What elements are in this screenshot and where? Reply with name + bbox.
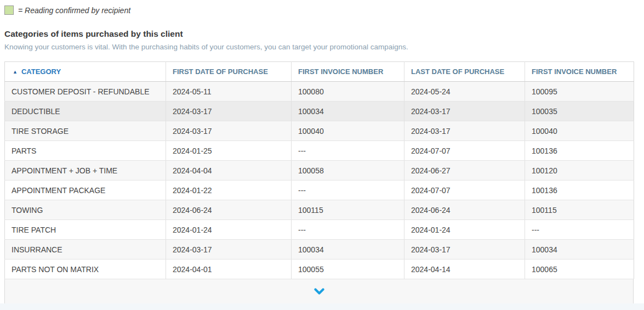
table-cell: TIRE PATCH	[5, 220, 166, 240]
table-cell: 100040	[525, 121, 634, 141]
table-cell: 100080	[292, 82, 404, 102]
table-body: CUSTOMER DEPOSIT - REFUNDABLE2024-05-111…	[5, 82, 634, 279]
table-cell: 2024-05-11	[166, 82, 292, 102]
legend-label: = Reading confirmed by recipient	[18, 6, 130, 15]
table-cell: 2024-03-17	[404, 102, 525, 121]
table-cell: 100115	[525, 200, 634, 220]
table-cell: TOWING	[5, 200, 166, 220]
table-cell: 100055	[292, 260, 404, 279]
table-row[interactable]: CUSTOMER DEPOSIT - REFUNDABLE2024-05-111…	[5, 82, 634, 102]
table-cell: 2024-01-22	[166, 181, 292, 200]
table-cell: 2024-06-27	[404, 161, 525, 181]
table-cell: 100040	[292, 121, 404, 141]
table-cell: 100095	[525, 82, 634, 102]
table-cell: 2024-03-17	[166, 240, 292, 260]
reading-confirmed-legend: = Reading confirmed by recipient	[4, 5, 130, 15]
sort-asc-icon: ▲	[13, 69, 18, 75]
column-header-first-invoice-number[interactable]: FIRST INVOICE NUMBER	[292, 62, 404, 82]
column-header-label: FIRST DATE OF PURCHASE	[173, 67, 268, 76]
table-row[interactable]: TOWING2024-06-241001152024-06-24100115	[5, 200, 634, 220]
column-header-label: LAST DATE OF PURCHASE	[411, 67, 504, 76]
section-title: Categories of items purchased by this cl…	[4, 29, 183, 39]
categories-table: ▲CATEGORY FIRST DATE OF PURCHASE FIRST I…	[4, 61, 634, 279]
table-cell: 2024-03-17	[166, 121, 292, 141]
table-row[interactable]: APPOINTMENT PACKAGE2024-01-22---2024-07-…	[5, 181, 634, 200]
table-cell: 2024-07-07	[404, 181, 525, 200]
categories-table-container: ▲CATEGORY FIRST DATE OF PURCHASE FIRST I…	[4, 61, 634, 304]
table-cell: 2024-04-14	[404, 260, 525, 279]
table-row[interactable]: TIRE PATCH2024-01-24---2024-01-24---	[5, 220, 634, 240]
column-header-label: FIRST INVOICE NUMBER	[298, 67, 383, 76]
report-page: = Reading confirmed by recipient Categor…	[0, 0, 644, 310]
table-cell: 2024-03-17	[404, 121, 525, 141]
section-subtitle: Knowing your customers is vital. With th…	[4, 43, 408, 51]
chevron-down-icon	[314, 288, 324, 295]
column-header-category[interactable]: ▲CATEGORY	[5, 62, 166, 82]
table-row[interactable]: PARTS2024-01-25---2024-07-07100136	[5, 141, 634, 161]
table-row[interactable]: INSURRANCE2024-03-171000342024-03-171000…	[5, 240, 634, 260]
table-cell: ---	[292, 181, 404, 200]
table-cell: APPOINTMENT + JOB + TIME	[5, 161, 166, 181]
table-row[interactable]: DEDUCTIBLE2024-03-171000342024-03-171000…	[5, 102, 634, 121]
table-cell: DEDUCTIBLE	[5, 102, 166, 121]
table-cell: APPOINTMENT PACKAGE	[5, 181, 166, 200]
table-cell: 100034	[525, 240, 634, 260]
column-header-last-date-of-purchase[interactable]: LAST DATE OF PURCHASE	[404, 62, 525, 82]
table-cell: PARTS	[5, 141, 166, 161]
table-cell: CUSTOMER DEPOSIT - REFUNDABLE	[5, 82, 166, 102]
table-cell: ---	[292, 141, 404, 161]
table-cell: 2024-06-24	[404, 200, 525, 220]
table-row[interactable]: TIRE STORAGE2024-03-171000402024-03-1710…	[5, 121, 634, 141]
table-cell: 100034	[292, 240, 404, 260]
table-cell: 2024-03-17	[404, 240, 525, 260]
column-header-label: CATEGORY	[21, 67, 61, 76]
legend-color-swatch	[4, 5, 14, 15]
table-cell: 2024-01-25	[166, 141, 292, 161]
table-cell: 100034	[292, 102, 404, 121]
table-cell: 2024-03-17	[166, 102, 292, 121]
page-bottom-strip	[0, 303, 644, 310]
table-cell: 2024-06-24	[166, 200, 292, 220]
table-cell: ---	[525, 220, 634, 240]
table-row[interactable]: PARTS NOT ON MATRIX2024-04-011000552024-…	[5, 260, 634, 279]
table-cell: 2024-04-01	[166, 260, 292, 279]
table-header-row: ▲CATEGORY FIRST DATE OF PURCHASE FIRST I…	[5, 62, 634, 82]
table-cell: 100120	[525, 161, 634, 181]
column-header-label: FIRST INVOICE NUMBER	[532, 67, 617, 76]
table-cell: 2024-01-24	[166, 220, 292, 240]
expand-rows-button[interactable]	[4, 279, 634, 304]
table-cell: 100035	[525, 102, 634, 121]
table-cell: 2024-01-24	[404, 220, 525, 240]
column-header-first-invoice-number-2[interactable]: FIRST INVOICE NUMBER	[525, 62, 634, 82]
table-cell: 100065	[525, 260, 634, 279]
table-cell: PARTS NOT ON MATRIX	[5, 260, 166, 279]
table-cell: 100136	[525, 141, 634, 161]
table-cell: 100058	[292, 161, 404, 181]
table-cell: 2024-05-24	[404, 82, 525, 102]
table-cell: 100115	[292, 200, 404, 220]
table-cell: TIRE STORAGE	[5, 121, 166, 141]
column-header-first-date-of-purchase[interactable]: FIRST DATE OF PURCHASE	[166, 62, 292, 82]
table-cell: INSURRANCE	[5, 240, 166, 260]
table-cell: 2024-04-04	[166, 161, 292, 181]
table-cell: 2024-07-07	[404, 141, 525, 161]
table-cell: ---	[292, 220, 404, 240]
table-cell: 100136	[525, 181, 634, 200]
table-row[interactable]: APPOINTMENT + JOB + TIME2024-04-04100058…	[5, 161, 634, 181]
